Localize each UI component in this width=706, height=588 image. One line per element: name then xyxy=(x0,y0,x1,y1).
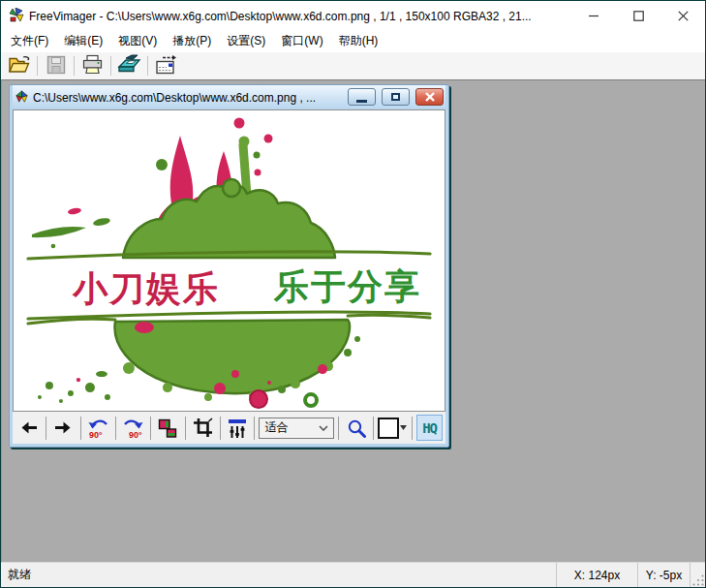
cursor-y-coordinate: Y: -5px xyxy=(637,563,690,587)
menu-window[interactable]: 窗口(W) xyxy=(273,29,330,53)
mail-send-icon xyxy=(155,54,177,77)
toolbar-separator xyxy=(37,56,38,76)
menu-play[interactable]: 播放(P) xyxy=(165,29,219,53)
scan-button[interactable] xyxy=(115,54,143,78)
mdi-client-area: C:\Users\www.x6g.com\Desktop\www.x6d.com… xyxy=(1,79,705,562)
toolbar-separator xyxy=(254,417,255,440)
logo-green-text: 乐于分享 xyxy=(273,266,421,306)
restore-icon xyxy=(391,93,400,101)
status-message: 就绪 xyxy=(1,567,556,583)
background-color-dropdown[interactable] xyxy=(399,418,408,439)
toolbar-separator xyxy=(74,56,75,76)
rotate-right-button[interactable]: 90° xyxy=(120,416,146,441)
scanner-icon xyxy=(117,54,141,77)
child-window-title: C:\Users\www.x6g.com\Desktop\www.x6d.com… xyxy=(33,90,342,105)
minimize-icon xyxy=(356,100,367,103)
menu-bar: 文件(F) 编辑(E) 视图(V) 播放(P) 设置(S) 窗口(W) 帮助(H… xyxy=(1,30,705,52)
dropdown-arrow-icon xyxy=(400,425,407,430)
adjustments-button[interactable] xyxy=(225,416,251,441)
zoom-mode-select[interactable]: 适合 xyxy=(259,418,334,439)
child-title-bar[interactable]: C:\Users\www.x6g.com\Desktop\www.x6d.com… xyxy=(13,85,445,109)
next-image-button[interactable] xyxy=(50,416,77,441)
high-quality-toggle[interactable]: HQ xyxy=(416,415,443,441)
title-bar: FreeVimager - C:\Users\www.x6g.com\Deskt… xyxy=(1,1,705,30)
toolbar-separator xyxy=(46,417,46,440)
toolbar-separator xyxy=(115,417,116,440)
maximize-button[interactable] xyxy=(616,1,660,30)
color-adjust-button[interactable] xyxy=(155,416,181,441)
background-color-button[interactable] xyxy=(378,418,399,439)
logo-red-text: 小刀娱乐 xyxy=(72,268,220,308)
toolbar-separator xyxy=(412,417,413,440)
resize-grip-icon xyxy=(692,574,705,587)
crop-button[interactable] xyxy=(190,416,216,441)
menu-view[interactable]: 视图(V) xyxy=(110,29,165,53)
child-minimize-button[interactable] xyxy=(348,88,376,106)
zoom-button[interactable] xyxy=(343,416,369,441)
toolbar-separator xyxy=(373,417,374,440)
sliders-icon xyxy=(227,418,248,439)
toolbar-separator xyxy=(338,417,339,440)
splash-logo-image: 小刀娱乐 乐于分享 xyxy=(14,110,445,411)
child-close-button[interactable] xyxy=(415,88,444,106)
rotate-left-button[interactable]: 90° xyxy=(85,416,111,441)
close-icon xyxy=(425,92,435,102)
toolbar-separator xyxy=(220,417,221,440)
status-bar: 就绪 X: 124px Y: -5px xyxy=(1,562,705,587)
send-mail-button[interactable] xyxy=(152,54,180,78)
image-file-pinwheel-icon xyxy=(15,90,29,105)
color-swatches-icon xyxy=(158,418,177,438)
toolbar-separator xyxy=(147,56,148,76)
minimize-button[interactable] xyxy=(571,1,616,30)
main-toolbar xyxy=(1,52,705,79)
open-file-button[interactable] xyxy=(5,54,33,78)
app-pinwheel-icon xyxy=(9,8,24,23)
image-child-window[interactable]: C:\Users\www.x6g.com\Desktop\www.x6d.com… xyxy=(9,84,449,448)
arrow-right-icon xyxy=(54,420,73,435)
open-folder-icon xyxy=(8,54,31,77)
toolbar-separator xyxy=(185,417,186,440)
window-title: FreeVimager - C:\Users\www.x6g.com\Deskt… xyxy=(29,9,571,23)
arrow-left-icon xyxy=(19,420,38,435)
printer-icon xyxy=(81,54,104,77)
menu-file[interactable]: 文件(F) xyxy=(3,29,56,53)
freevimager-window: FreeVimager - C:\Users\www.x6g.com\Deskt… xyxy=(0,0,706,588)
zoom-mode-value: 适合 xyxy=(264,419,288,436)
cursor-x-coordinate: X: 124px xyxy=(556,563,637,587)
toolbar-separator xyxy=(80,417,81,440)
rotate-right-label: 90° xyxy=(129,430,142,440)
toolbar-separator xyxy=(110,56,111,76)
chevron-down-icon xyxy=(319,425,328,431)
rotate-left-label: 90° xyxy=(89,430,103,440)
rotate-right-90-icon: 90° xyxy=(121,417,145,440)
menu-help[interactable]: 帮助(H) xyxy=(331,29,386,53)
image-canvas[interactable]: 小刀娱乐 乐于分享 xyxy=(13,109,445,412)
menu-edit[interactable]: 编辑(E) xyxy=(56,29,110,53)
image-toolbar: 90° 90° xyxy=(13,412,445,444)
toolbar-separator xyxy=(150,417,151,440)
rotate-left-90-icon: 90° xyxy=(86,417,110,440)
floppy-save-icon xyxy=(46,55,66,77)
magnifier-icon xyxy=(347,418,366,438)
child-restore-button[interactable] xyxy=(382,88,410,106)
print-button[interactable] xyxy=(78,54,107,78)
save-button xyxy=(42,54,70,78)
menu-settings[interactable]: 设置(S) xyxy=(219,29,273,53)
crop-icon xyxy=(193,418,213,438)
resize-grip[interactable] xyxy=(690,563,705,587)
close-button[interactable] xyxy=(660,1,705,30)
previous-image-button[interactable] xyxy=(15,416,42,441)
